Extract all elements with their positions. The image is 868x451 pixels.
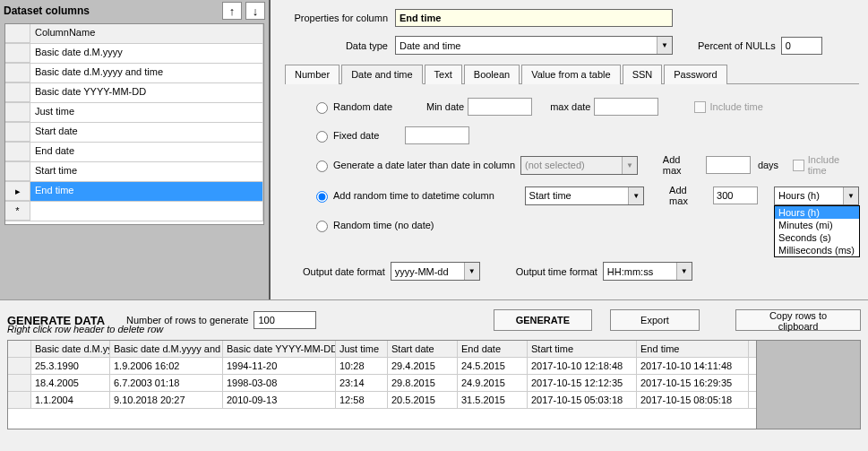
delete-row-hint: Right click row header to delete row <box>0 324 269 334</box>
chevron-down-icon <box>843 187 858 204</box>
out-header[interactable]: Just time <box>336 341 388 357</box>
column-cell[interactable]: Basic date YYYY-MM-DD <box>30 83 263 102</box>
column-cell[interactable]: Basic date d.M.yyyy and time <box>30 64 263 82</box>
export-button[interactable]: Export <box>610 309 700 331</box>
out-header[interactable]: Start date <box>388 341 458 357</box>
row-marker[interactable] <box>5 44 30 63</box>
out-header[interactable]: Start time <box>528 341 637 357</box>
unit-option-seconds[interactable]: Seconds (s) <box>775 231 859 244</box>
output-date-format-select[interactable]: yyyy-MM-dd <box>391 262 480 281</box>
out-cell[interactable]: 2017-10-15 16:29:35 <box>637 375 749 391</box>
radio-random-date[interactable] <box>316 102 328 114</box>
time-unit-select[interactable]: Hours (h) Hours (h) Minutes (mi) Seconds… <box>774 186 859 205</box>
out-header[interactable]: Basic date YYYY-MM-DD <box>223 341 336 357</box>
null-percent-input[interactable] <box>781 37 822 55</box>
out-header[interactable]: End date <box>458 341 528 357</box>
output-time-format-select[interactable]: HH:mm:ss <box>603 262 692 281</box>
out-cell[interactable]: 10:28 <box>336 358 388 374</box>
grid-dead-area <box>756 341 860 429</box>
out-cell[interactable]: 2017-10-15 05:03:18 <box>528 392 637 408</box>
chevron-down-icon <box>657 37 672 54</box>
datatype-select[interactable]: Date and time <box>395 36 673 55</box>
addmax-days-input[interactable] <box>706 156 751 174</box>
tab-text[interactable]: Text <box>425 65 462 84</box>
out-cell[interactable]: 2017-10-10 12:18:48 <box>528 358 637 374</box>
output-data-grid[interactable]: Basic date d.M.yyyy Basic date d.M.yyyy … <box>7 340 861 429</box>
addmax2-label: Add max <box>669 185 708 206</box>
tab-password[interactable]: Password <box>664 65 726 84</box>
out-header[interactable]: Basic date d.M.yyyy <box>31 341 110 357</box>
unit-option-ms[interactable]: Milliseconds (ms) <box>775 244 859 256</box>
move-up-button[interactable]: ↑ <box>222 2 242 20</box>
out-cell[interactable]: 18.4.2005 <box>31 375 110 391</box>
out-cell[interactable]: 1.1.2004 <box>31 392 110 408</box>
unit-option-minutes[interactable]: Minutes (mi) <box>775 219 859 231</box>
column-cell[interactable]: Start date <box>30 123 263 142</box>
row-marker[interactable] <box>5 123 30 142</box>
radio-random-date-label: Random date <box>333 101 426 112</box>
copy-clipboard-button[interactable]: Copy rows to clipboard <box>735 309 861 331</box>
later-than-column-select: (not selected) <box>520 156 638 175</box>
out-cell[interactable]: 29.4.2015 <box>388 358 458 374</box>
out-header[interactable]: End time <box>637 341 749 357</box>
out-cell[interactable]: 2010-09-13 <box>223 392 336 408</box>
addmax-value-input[interactable] <box>713 186 758 204</box>
tab-value-table[interactable]: Value from a table <box>521 65 620 84</box>
column-cell[interactable]: Basic date d.M.yyyy <box>30 44 263 63</box>
table-row-marker[interactable] <box>8 392 31 408</box>
radio-random-time-only[interactable] <box>316 221 328 232</box>
out-cell[interactable]: 25.3.1990 <box>31 358 110 374</box>
table-row-marker[interactable] <box>8 358 31 374</box>
out-cell[interactable]: 20.5.2015 <box>388 392 458 408</box>
column-cell[interactable]: End date <box>30 143 263 161</box>
table-row-marker[interactable] <box>8 375 31 391</box>
out-cell[interactable]: 29.8.2015 <box>388 375 458 391</box>
row-marker[interactable] <box>5 103 30 122</box>
out-cell[interactable]: 1998-03-08 <box>223 375 336 391</box>
out-cell[interactable]: 6.7.2003 01:18 <box>110 375 223 391</box>
column-name-input[interactable] <box>395 9 673 27</box>
tab-date-time[interactable]: Date and time <box>341 65 422 84</box>
row-marker[interactable] <box>5 162 30 181</box>
dataset-columns-title: Dataset columns <box>4 4 219 17</box>
tab-number[interactable]: Number <box>285 65 339 84</box>
column-header-name[interactable]: ColumnName <box>30 24 263 43</box>
radio-fixed-date[interactable] <box>316 131 328 143</box>
unit-option-hours[interactable]: Hours (h) <box>775 206 859 219</box>
out-cell[interactable]: 2017-10-15 08:05:18 <box>637 392 749 408</box>
out-cell[interactable]: 2017-10-10 14:11:48 <box>637 358 749 374</box>
out-cell[interactable]: 24.5.2015 <box>458 358 528 374</box>
columns-grid[interactable]: ColumnName Basic date d.M.yyyy Basic dat… <box>4 23 264 225</box>
column-cell[interactable]: Start time <box>30 162 263 181</box>
chevron-down-icon <box>628 187 643 204</box>
radio-add-random-time[interactable] <box>316 191 328 203</box>
out-cell[interactable]: 24.9.2015 <box>458 375 528 391</box>
min-date-input[interactable] <box>468 98 532 116</box>
base-column-select[interactable]: Start time <box>525 186 645 205</box>
radio-fixed-date-label: Fixed date <box>333 130 405 141</box>
row-marker-new[interactable]: * <box>5 202 30 221</box>
max-date-input[interactable] <box>594 98 658 116</box>
tab-boolean[interactable]: Boolean <box>464 65 520 84</box>
column-cell-new[interactable] <box>30 202 263 221</box>
column-cell[interactable]: End time <box>30 182 263 201</box>
out-cell[interactable]: 1.9.2006 16:02 <box>110 358 223 374</box>
out-cell[interactable]: 1994-11-20 <box>223 358 336 374</box>
move-down-button[interactable]: ↓ <box>245 2 265 20</box>
generate-button[interactable]: GENERATE <box>494 309 592 331</box>
row-marker[interactable] <box>5 143 30 161</box>
fixed-date-input[interactable] <box>405 126 469 144</box>
out-cell[interactable]: 2017-10-15 12:12:35 <box>528 375 637 391</box>
column-cell[interactable]: Just time <box>30 103 263 122</box>
out-cell[interactable]: 9.10.2018 20:27 <box>110 392 223 408</box>
out-cell[interactable]: 12:58 <box>336 392 388 408</box>
row-marker-current[interactable]: ▸ <box>5 182 30 201</box>
time-unit-dropdown[interactable]: Hours (h) Minutes (mi) Seconds (s) Milli… <box>774 205 860 257</box>
out-header[interactable]: Basic date d.M.yyyy and time <box>110 341 223 357</box>
out-cell[interactable]: 23:14 <box>336 375 388 391</box>
row-marker[interactable] <box>5 64 30 82</box>
out-cell[interactable]: 31.5.2015 <box>458 392 528 408</box>
tab-ssn[interactable]: SSN <box>623 65 663 84</box>
row-marker[interactable] <box>5 83 30 102</box>
radio-later-than[interactable] <box>316 160 328 172</box>
